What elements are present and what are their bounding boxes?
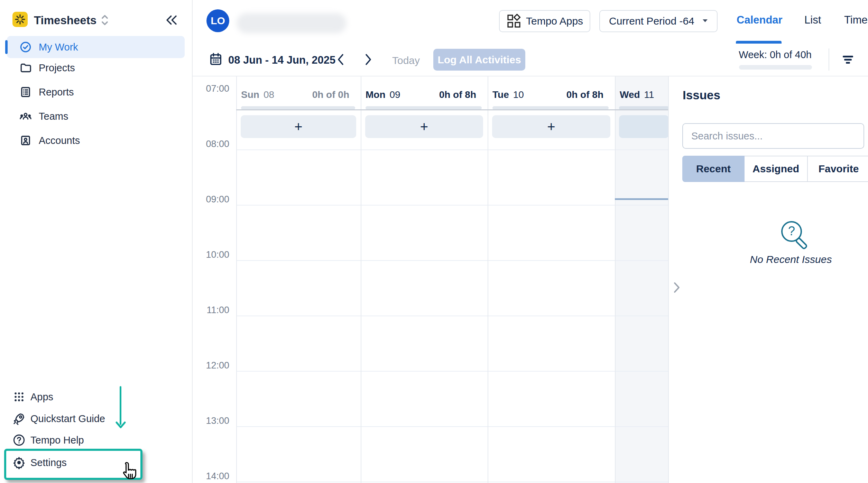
- folder-icon: [19, 62, 32, 74]
- hour-gridline: [236, 205, 669, 206]
- tab-timesheet[interactable]: Times: [844, 14, 868, 26]
- day-header-wed: Wed 11: [615, 89, 669, 101]
- column-border: [488, 76, 488, 483]
- current-time-indicator: [615, 198, 669, 200]
- no-issues-search-icon: ?: [778, 219, 810, 254]
- rocket-icon: [12, 412, 26, 425]
- calendar-icon: [209, 52, 223, 68]
- column-border: [615, 76, 616, 483]
- search-issues-input[interactable]: [682, 123, 864, 149]
- app-title: Timesheets: [34, 14, 96, 27]
- calendar-grid: 07:00 08:00 09:00 10:00 11:00 12:00 13:0…: [193, 76, 669, 483]
- active-tab-underline: [736, 41, 782, 44]
- tab-recent[interactable]: Recent: [682, 156, 745, 182]
- week-summary: Week: 0h of 40h: [709, 49, 812, 61]
- time-label: 13:00: [193, 415, 229, 427]
- tutorial-arrow: [120, 386, 121, 425]
- sidebar-item-accounts[interactable]: Accounts: [0, 129, 192, 152]
- time-label: 07:00: [193, 83, 229, 94]
- day-hours: 0h of 0h: [312, 89, 349, 100]
- sidebar-item-label: Projects: [39, 62, 75, 74]
- column-border: [236, 76, 237, 483]
- tab-assigned[interactable]: Assigned: [745, 156, 808, 182]
- caret-down-icon: [702, 18, 709, 24]
- issues-filter-tabs: Recent Assigned Favorite: [682, 156, 868, 182]
- date-range-label: 08 Jun - 14 Jun, 2025: [228, 54, 335, 66]
- day-date: 08: [264, 89, 274, 100]
- day-header-border: [236, 109, 669, 110]
- day-name: Wed: [620, 89, 640, 100]
- sidebar-item-label: Tempo Help: [30, 435, 84, 446]
- day-hours: 0h of 8h: [566, 89, 603, 100]
- day-header-tue: Tue 10 0h of 8h: [488, 89, 615, 101]
- app-switcher-icon[interactable]: [99, 13, 111, 28]
- day-hours: 0h of 8h: [439, 89, 476, 100]
- issues-panel-title: Issues: [683, 88, 720, 102]
- period-selector-dropdown[interactable]: Current Period -64: [599, 10, 718, 32]
- time-label: 10:00: [193, 249, 229, 261]
- day-name: Tue: [492, 89, 509, 100]
- tutorial-arrow-head: [116, 421, 126, 430]
- tab-favorite[interactable]: Favorite: [808, 156, 868, 182]
- sidebar-item-apps[interactable]: Apps: [0, 386, 145, 408]
- sidebar-item-label: Reports: [39, 86, 74, 98]
- sidebar-item-label: Quickstart Guide: [30, 413, 105, 425]
- column-border: [361, 76, 361, 483]
- tempo-apps-icon: [507, 14, 521, 28]
- tab-calendar[interactable]: Calendar: [737, 14, 783, 26]
- cursor-pointer-icon: [120, 462, 138, 483]
- period-selector-value: Current Period -64: [609, 15, 694, 27]
- accounts-icon: [19, 134, 32, 147]
- tempo-apps-label: Tempo Apps: [526, 15, 583, 27]
- tab-list[interactable]: List: [804, 14, 821, 26]
- week-progress-bar: [739, 65, 812, 70]
- collapse-panel-chevron-icon[interactable]: [672, 281, 681, 295]
- time-label: 14:00: [193, 470, 229, 482]
- sidebar-item-projects[interactable]: Projects: [0, 57, 192, 79]
- day-name: Sun: [241, 89, 259, 100]
- add-worklog-button-sun[interactable]: +: [241, 115, 356, 138]
- collapse-sidebar-icon[interactable]: [165, 14, 178, 28]
- day-date: 10: [513, 89, 524, 100]
- avatar[interactable]: LO: [206, 9, 229, 32]
- tempo-logo-icon: [12, 12, 28, 27]
- hour-gridline: [236, 260, 669, 261]
- day-header-sun: Sun 08 0h of 0h: [236, 89, 361, 101]
- day-name: Mon: [366, 89, 386, 100]
- no-recent-issues-text: No Recent Issues: [721, 254, 861, 265]
- my-work-check-icon: [19, 41, 32, 53]
- add-worklog-button-tue[interactable]: +: [492, 115, 610, 138]
- reports-icon: [19, 86, 32, 98]
- today-button[interactable]: Today: [392, 55, 420, 66]
- apps-grid-icon: [12, 390, 26, 403]
- hour-gridline: [236, 371, 669, 372]
- hour-gridline: [236, 316, 669, 316]
- user-name-redacted: [237, 13, 347, 33]
- add-worklog-button-mon[interactable]: +: [365, 115, 483, 138]
- issues-panel: Issues Recent Assigned Favorite ? No Rec…: [669, 76, 868, 483]
- tempo-apps-button[interactable]: Tempo Apps: [499, 10, 590, 32]
- day-date: 11: [644, 89, 654, 100]
- add-worklog-button-wed[interactable]: [619, 115, 669, 138]
- sidebar-item-label: Accounts: [39, 135, 80, 146]
- toolbar-divider: [829, 48, 829, 71]
- hour-gridline: [236, 149, 669, 150]
- next-week-button[interactable]: [362, 52, 374, 67]
- sidebar-item-my-work[interactable]: My Work: [0, 36, 192, 58]
- previous-week-button[interactable]: [335, 52, 347, 67]
- teams-icon: [19, 110, 32, 122]
- svg-text:?: ?: [788, 224, 795, 238]
- sidebar-item-reports[interactable]: Reports: [0, 81, 192, 103]
- sidebar-item-tempo-help[interactable]: Tempo Help: [0, 429, 145, 451]
- sidebar: Timesheets My Work Projects: [0, 0, 193, 483]
- sidebar-item-teams[interactable]: Teams: [0, 105, 192, 127]
- time-label: 11:00: [193, 304, 229, 316]
- sidebar-item-label: My Work: [39, 42, 78, 53]
- time-label: 12:00: [193, 359, 229, 371]
- help-circle-icon: [12, 434, 26, 447]
- hour-gridline: [236, 482, 669, 482]
- sidebar-item-label: Apps: [30, 391, 53, 403]
- filter-icon[interactable]: [840, 52, 856, 67]
- time-label: 09:00: [193, 193, 229, 205]
- log-all-activities-button[interactable]: Log All Activities: [433, 49, 525, 71]
